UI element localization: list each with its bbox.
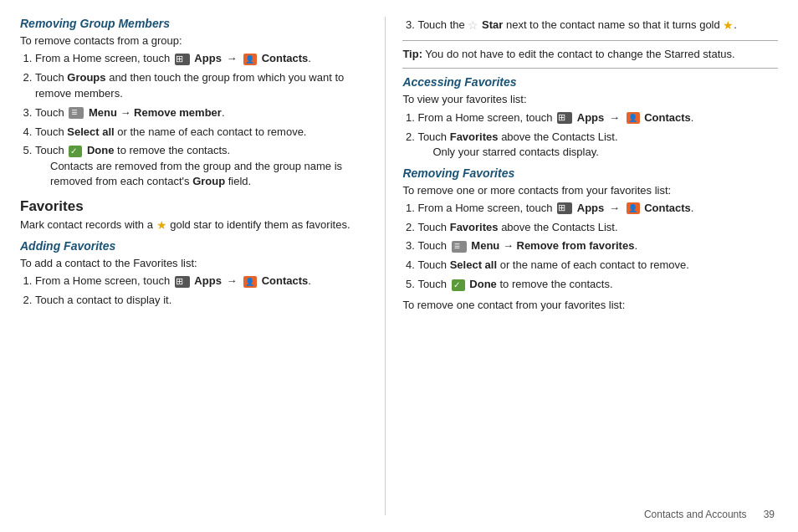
- add-step-3: Touch the ☆ Star next to the contact nam…: [417, 17, 778, 33]
- adding-fav-step3: Touch the ☆ Star next to the contact nam…: [417, 17, 778, 33]
- accessing-favorites-title: Accessing Favorites: [402, 75, 778, 89]
- favorites-intro: Mark contact records with a ★ gold star …: [20, 217, 368, 234]
- page: Removing Group Members To remove contact…: [0, 0, 798, 532]
- apps-label: Apps: [194, 52, 222, 64]
- apps-icon-2: [175, 276, 190, 288]
- removing-group-intro: To remove contacts from a group:: [20, 33, 368, 49]
- adding-favorites-section: Adding Favorites To add a contact to the…: [20, 239, 368, 309]
- done-icon-2: [452, 279, 465, 291]
- accessing-intro: To view your favorites list:: [402, 92, 778, 107]
- apps-icon: [175, 54, 190, 65]
- apps-icon-4: [557, 202, 572, 214]
- removing-group-members-section: Removing Group Members To remove contact…: [20, 17, 368, 190]
- contacts-icon-3: [627, 112, 640, 124]
- done-icon: [69, 146, 82, 157]
- accessing-favorites-section: Accessing Favorites To view your favorit…: [402, 75, 778, 160]
- removing-fav-outro: To remove one contact from your favorite…: [402, 298, 778, 313]
- adding-favorites-title: Adding Favorites: [20, 239, 368, 253]
- acc-step-2-sub: Only your starred contacts display.: [432, 145, 778, 160]
- rem-step-5: Touch Done to remove the contacts.: [417, 277, 778, 293]
- contacts-label: Contacts: [262, 52, 309, 64]
- rem-step-4: Touch Select all or the name of each con…: [417, 258, 778, 274]
- apps-icon-3: [557, 112, 572, 124]
- menu-icon: [69, 107, 84, 119]
- contacts-icon: [243, 54, 257, 65]
- step-5-sub: Contacts are removed from the group and …: [50, 159, 368, 189]
- removing-fav-intro: To remove one or more contacts from your…: [402, 183, 778, 198]
- adding-favorites-steps: From a Home screen, touch Apps → Contact…: [35, 274, 368, 309]
- star-gold-icon: ★: [156, 217, 167, 234]
- accessing-steps: From a Home screen, touch Apps → Contact…: [417, 110, 778, 161]
- footer-label: Contacts and Accounts: [644, 509, 747, 520]
- footer: Contacts and Accounts 39: [644, 509, 775, 520]
- footer-page: 39: [764, 509, 775, 520]
- menu-icon-2: [452, 241, 467, 253]
- contacts-icon-2: [243, 276, 257, 288]
- step-2: Touch Groups and then touch the group fr…: [35, 70, 368, 102]
- add-step-2: Touch a contact to display it.: [35, 293, 368, 309]
- rem-step-1: From a Home screen, touch Apps → Contact…: [417, 201, 778, 217]
- removing-favorites-section: Removing Favorites To remove one or more…: [402, 166, 778, 314]
- favorites-section: Favorites Mark contact records with a ★ …: [20, 198, 368, 309]
- right-column: Touch the ☆ Star next to the contact nam…: [386, 17, 778, 515]
- removing-group-members-title: Removing Group Members: [20, 17, 368, 30]
- step-5: Touch Done to remove the contacts. Conta…: [35, 143, 368, 189]
- star-gold-icon-2: ★: [723, 17, 734, 33]
- tip-text: Tip: You do not have to edit the contact…: [402, 48, 734, 60]
- removing-favorites-title: Removing Favorites: [402, 166, 778, 180]
- step-1: From a Home screen, touch Apps → Contact…: [35, 51, 368, 67]
- rem-step-3: Touch Menu → Remove from favorites.: [417, 238, 778, 254]
- step-3: Touch Menu → Remove member.: [35, 105, 368, 121]
- acc-step-2: Touch Favorites above the Contacts List.…: [417, 130, 778, 161]
- adding-favorites-intro: To add a contact to the Favorites list:: [20, 256, 368, 271]
- removing-group-steps: From a Home screen, touch Apps → Contact…: [35, 51, 368, 189]
- star-outline-icon: ☆: [468, 17, 478, 33]
- rem-step-2: Touch Favorites above the Contacts List.: [417, 220, 778, 236]
- left-column: Removing Group Members To remove contact…: [20, 17, 385, 515]
- tip-box: Tip: You do not have to edit the contact…: [402, 40, 778, 69]
- removing-fav-steps: From a Home screen, touch Apps → Contact…: [417, 201, 778, 293]
- favorites-title: Favorites: [20, 198, 368, 215]
- add-step-1: From a Home screen, touch Apps → Contact…: [35, 274, 368, 289]
- acc-step-1: From a Home screen, touch Apps → Contact…: [417, 110, 778, 126]
- step-4: Touch Select all or the name of each con…: [35, 125, 368, 141]
- contacts-icon-4: [627, 202, 640, 214]
